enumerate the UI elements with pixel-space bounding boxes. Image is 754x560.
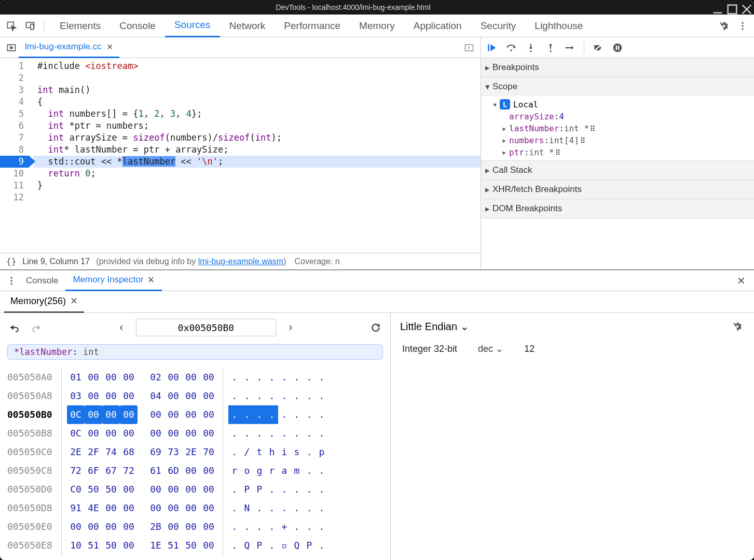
value-settings-icon[interactable]	[730, 319, 745, 334]
tab-lighthouse[interactable]: Lighthouse	[525, 15, 592, 37]
tab-application[interactable]: Application	[404, 15, 471, 37]
tab-performance[interactable]: Performance	[275, 15, 350, 37]
tab-console[interactable]: Console	[110, 15, 165, 37]
local-badge-icon: L	[500, 99, 510, 110]
callstack-panel-header[interactable]: ▸Call Stack	[481, 161, 754, 180]
drawer: Console Memory Inspector✕ ✕ Memory(256)✕…	[0, 269, 754, 560]
status-position: Line 9, Column 17	[22, 257, 90, 266]
file-tabs: lmi-bug-example.cc ✕	[0, 37, 481, 58]
memory-tab[interactable]: Memory(256)✕	[4, 291, 84, 313]
svg-marker-25	[571, 46, 574, 49]
code-area[interactable]: 123456789101112 #include <iostream> int …	[0, 58, 481, 253]
tab-security[interactable]: Security	[471, 15, 526, 37]
svg-point-33	[10, 283, 12, 284]
tab-memory[interactable]: Memory	[350, 15, 404, 37]
window-title: DevTools - localhost:4000/lmi-bug-exampl…	[0, 3, 706, 11]
debug-pane: ▸Breakpoints ▾Scope ▾LLocal arraySize: 4…	[481, 37, 754, 269]
refresh-icon[interactable]	[368, 320, 383, 335]
svg-rect-6	[31, 24, 34, 29]
endianness-select[interactable]: Little Endian ⌄	[400, 320, 469, 333]
maximize-button[interactable]	[727, 4, 733, 10]
tab-elements[interactable]: Elements	[50, 15, 110, 37]
drawer-tab-memory-inspector[interactable]: Memory Inspector✕	[65, 270, 162, 291]
step-into-icon[interactable]	[525, 42, 537, 54]
format-select[interactable]: dec ⌄	[478, 343, 503, 354]
value-type: Integer 32-bit	[402, 344, 457, 354]
breakpoints-panel-header[interactable]: ▸Breakpoints	[481, 58, 754, 77]
more-icon[interactable]	[735, 19, 750, 33]
file-tab[interactable]: lmi-bug-example.cc ✕	[19, 37, 119, 58]
drawer-close-icon[interactable]: ✕	[733, 275, 750, 287]
pause-exceptions-icon[interactable]	[611, 42, 624, 54]
memory-icon[interactable]: ⠿	[580, 136, 585, 145]
deactivate-breakpoints-icon[interactable]	[592, 42, 604, 54]
svg-marker-11	[10, 46, 12, 49]
hex-viewer[interactable]: 005050A00100000002000000........005050A8…	[0, 364, 390, 559]
svg-point-26	[566, 47, 567, 48]
debug-toolbar	[481, 37, 754, 58]
memory-icon[interactable]: ⠿	[590, 125, 595, 133]
close-icon[interactable]: ✕	[70, 295, 78, 307]
tab-sources[interactable]: Sources	[165, 15, 220, 37]
svg-rect-30	[618, 45, 620, 49]
settings-icon[interactable]	[717, 19, 731, 33]
svg-point-31	[10, 277, 12, 278]
step-icon[interactable]	[564, 42, 577, 54]
redo-icon[interactable]	[29, 320, 44, 335]
svg-rect-1	[728, 5, 737, 14]
resume-icon[interactable]	[485, 42, 498, 54]
svg-point-28	[613, 43, 622, 52]
inspect-icon[interactable]	[4, 19, 19, 33]
drawer-tab-console[interactable]: Console	[19, 270, 65, 291]
wasm-link[interactable]: lmi-bug-example.wasm	[198, 257, 284, 266]
value-row: Integer 32-bit dec ⌄ 12	[400, 343, 745, 354]
step-out-icon[interactable]	[544, 42, 557, 54]
chevron-down-icon: ⌄	[460, 321, 469, 332]
main-tabs: ElementsConsoleSourcesNetworkPerformance…	[0, 15, 754, 37]
xhr-breakpoints-panel-header[interactable]: ▸XHR/fetch Breakpoints	[481, 180, 754, 199]
status-coverage: Coverage: n	[295, 257, 340, 266]
tab-network[interactable]: Network	[220, 15, 275, 37]
minimize-button[interactable]	[712, 4, 719, 10]
scope-var[interactable]: ▸ptr: int *⠿	[502, 146, 754, 158]
close-button[interactable]	[742, 4, 748, 10]
svg-marker-20	[529, 47, 533, 49]
svg-point-7	[742, 22, 743, 23]
step-over-icon[interactable]	[505, 42, 517, 54]
scope-var[interactable]: ▸lastNumber: int *⠿	[502, 122, 754, 134]
svg-marker-15	[490, 44, 496, 51]
svg-point-16	[510, 49, 512, 51]
memory-toolbar: ‹ ›	[0, 313, 390, 342]
close-icon[interactable]: ✕	[147, 275, 155, 285]
titlebar: DevTools - localhost:4000/lmi-bug-exampl…	[0, 0, 754, 15]
value-display: 12	[524, 344, 534, 354]
chevron-down-icon: ⌄	[496, 344, 503, 354]
dom-breakpoints-panel-header[interactable]: ▸DOM Breakpoints	[481, 199, 754, 218]
memory-icon[interactable]: ⠿	[555, 148, 560, 157]
file-tab-label: lmi-bug-example.cc	[25, 42, 101, 52]
svg-point-9	[742, 28, 743, 30]
prev-page-icon[interactable]: ‹	[114, 320, 129, 335]
svg-point-32	[10, 280, 12, 281]
svg-rect-14	[488, 44, 489, 51]
close-icon[interactable]: ✕	[106, 42, 113, 52]
scope-local[interactable]: ▾LLocal	[492, 98, 754, 111]
svg-rect-29	[616, 45, 618, 49]
address-input[interactable]	[136, 319, 276, 336]
undo-icon[interactable]	[7, 320, 22, 335]
svg-point-18	[530, 50, 531, 52]
braces-icon[interactable]: {}	[6, 256, 16, 266]
navigator-toggle-icon[interactable]	[4, 40, 19, 55]
next-page-icon[interactable]: ›	[283, 320, 298, 335]
svg-marker-13	[468, 46, 470, 49]
status-bar: {} Line 9, Column 17 (provided via debug…	[0, 253, 481, 269]
run-snippet-icon[interactable]	[462, 40, 476, 55]
scope-panel-header[interactable]: ▾Scope	[481, 77, 754, 96]
drawer-more-icon[interactable]	[4, 274, 19, 288]
scope-var[interactable]: arraySize: 4	[502, 111, 754, 122]
highlight-chip[interactable]: *lastNumber: int	[7, 344, 383, 360]
scope-var[interactable]: ▸numbers: int[4]⠿	[502, 134, 754, 146]
svg-point-8	[742, 25, 743, 26]
status-debug-info: (provided via debug info by lmi-bug-exam…	[96, 257, 286, 266]
device-toggle-icon[interactable]	[23, 19, 37, 33]
